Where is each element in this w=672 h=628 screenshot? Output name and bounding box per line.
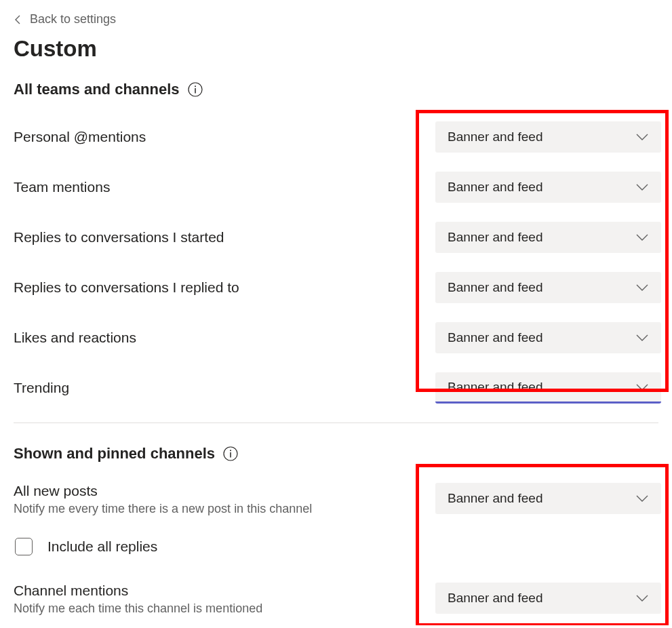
divider — [14, 423, 658, 423]
row-label: Team mentions — [14, 179, 110, 195]
dropdown-value: Banner and feed — [448, 330, 543, 345]
row-all-new-posts: All new posts Notify me every time there… — [0, 473, 672, 526]
dropdown-replies-started[interactable]: Banner and feed — [435, 222, 661, 253]
row-team-mentions: Team mentions Banner and feed — [0, 162, 672, 212]
row-label: Replies to conversations I replied to — [14, 279, 239, 295]
section-header-label: All teams and channels — [14, 81, 180, 98]
row-label: All new posts — [14, 483, 422, 499]
row-sublabel: Notify me each time this channel is ment… — [14, 602, 422, 616]
chevron-down-icon — [635, 133, 649, 141]
dropdown-value: Banner and feed — [448, 380, 543, 395]
dropdown-all-new-posts[interactable]: Banner and feed — [435, 483, 661, 514]
row-label: Likes and reactions — [14, 330, 136, 345]
row-label: Channel mentions — [14, 583, 422, 599]
chevron-down-icon — [635, 233, 649, 241]
row-likes-reactions: Likes and reactions Banner and feed — [0, 313, 672, 363]
info-icon[interactable] — [223, 446, 238, 461]
chevron-down-icon — [635, 383, 649, 391]
row-trending: Trending Banner and feed — [0, 363, 672, 413]
dropdown-value: Banner and feed — [448, 230, 543, 245]
chevron-down-icon — [635, 334, 649, 342]
row-label: Personal @mentions — [14, 129, 146, 144]
row-sublabel: Notify me every time there is a new post… — [14, 502, 422, 516]
dropdown-trending[interactable]: Banner and feed — [435, 372, 661, 404]
section-header-all-teams: All teams and channels — [0, 74, 672, 105]
chevron-down-icon — [635, 594, 649, 602]
page-title: Custom — [0, 32, 672, 74]
chevron-left-icon — [14, 15, 23, 24]
row-label: Replies to conversations I started — [14, 229, 224, 245]
back-to-settings-link[interactable]: Back to settings — [0, 7, 672, 32]
dropdown-team-mentions[interactable]: Banner and feed — [435, 172, 661, 203]
dropdown-value: Banner and feed — [448, 491, 543, 506]
back-link-label: Back to settings — [30, 12, 116, 26]
chevron-down-icon — [635, 183, 649, 191]
info-icon[interactable] — [188, 82, 203, 97]
dropdown-personal-mentions[interactable]: Banner and feed — [435, 121, 661, 153]
dropdown-likes-reactions[interactable]: Banner and feed — [435, 322, 661, 353]
dropdown-replies-replied[interactable]: Banner and feed — [435, 272, 661, 303]
row-personal-mentions: Personal @mentions Banner and feed — [0, 112, 672, 162]
section-header-label: Shown and pinned channels — [14, 445, 215, 463]
dropdown-value: Banner and feed — [448, 280, 543, 295]
row-replies-replied: Replies to conversations I replied to Ba… — [0, 262, 672, 313]
section-header-shown-pinned: Shown and pinned channels — [0, 438, 672, 469]
checkbox-include-all-replies[interactable] — [15, 538, 33, 555]
chevron-down-icon — [635, 494, 649, 503]
checkbox-label: Include all replies — [47, 538, 157, 555]
row-channel-mentions: Channel mentions Notify me each time thi… — [0, 573, 672, 625]
chevron-down-icon — [635, 283, 649, 292]
row-replies-started: Replies to conversations I started Banne… — [0, 212, 672, 262]
dropdown-value: Banner and feed — [448, 591, 543, 606]
dropdown-channel-mentions[interactable]: Banner and feed — [435, 583, 661, 614]
row-include-all-replies: Include all replies — [0, 526, 672, 569]
row-label: Trending — [14, 380, 69, 395]
dropdown-value: Banner and feed — [448, 180, 543, 195]
dropdown-value: Banner and feed — [448, 130, 543, 144]
